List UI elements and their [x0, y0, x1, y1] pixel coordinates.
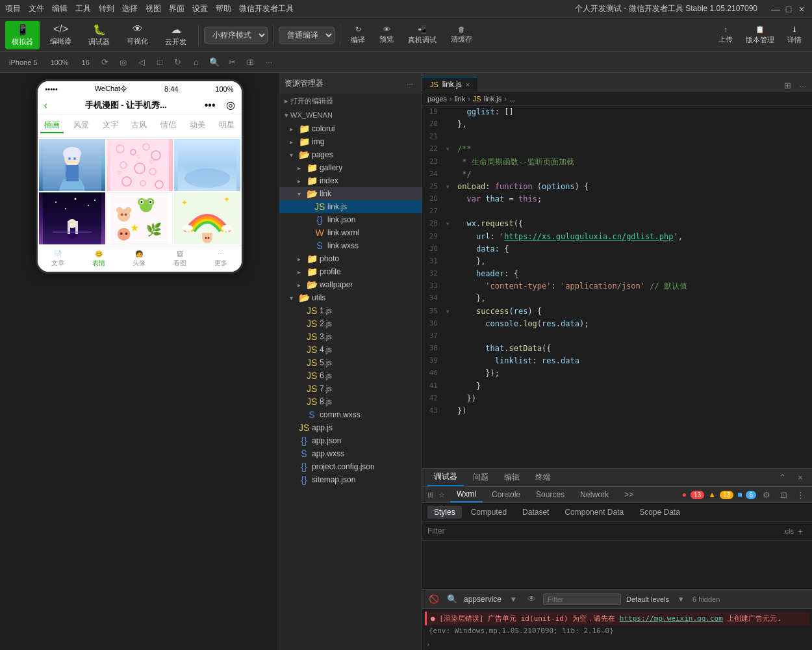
console-clear-icon[interactable]: 🚫 — [427, 593, 440, 606]
editor-button[interactable]: </> 编辑器 — [44, 21, 78, 49]
tree-file-link-json[interactable]: {} link.json — [279, 213, 422, 226]
compile-select[interactable]: 普通编译 — [279, 27, 335, 44]
image-cell-1[interactable] — [39, 139, 105, 191]
editor-split-icon[interactable]: ⊞ — [781, 79, 794, 92]
clear-button[interactable]: 🗑 清缓存 — [446, 23, 477, 47]
mode-select[interactable]: 小程序模式 — [204, 27, 268, 44]
menu-item-settings[interactable]: 设置 — [192, 3, 208, 14]
maximize-button[interactable]: □ — [783, 4, 794, 14]
tree-file-6js[interactable]: JS 6.js — [279, 369, 422, 382]
menu-item-weixin-devtools[interactable]: 微信开发者工具 — [239, 3, 294, 14]
menu-item-select[interactable]: 选择 — [122, 3, 138, 14]
menu-item-edit[interactable]: 编辑 — [52, 3, 68, 14]
simulator-button[interactable]: 📱 模拟器 — [5, 21, 40, 49]
devtools-close-icon[interactable]: × — [794, 471, 807, 484]
bottom-nav-more[interactable]: ⋯ 更多 — [214, 250, 227, 268]
file-tree-more[interactable]: ··· — [403, 77, 416, 90]
phone-back-icon[interactable]: ‹ — [44, 99, 47, 111]
console-level[interactable]: Default levels — [626, 595, 669, 603]
console-input[interactable] — [433, 640, 808, 649]
tree-file-app-json[interactable]: {} app.json — [279, 434, 422, 447]
breadcrumb-filename[interactable]: link.js — [484, 95, 502, 103]
devtools-collapse-icon[interactable]: ⌃ — [776, 471, 789, 484]
console-level-dropdown[interactable]: ▾ — [674, 593, 687, 606]
console-service-dropdown[interactable]: ▾ — [507, 593, 520, 606]
forward-icon[interactable]: □ — [153, 56, 166, 69]
filter-add-icon[interactable]: + — [794, 525, 807, 538]
devtools-tab-terminal[interactable]: 终端 — [529, 469, 557, 486]
compile-button[interactable]: ↻ 编译 — [346, 23, 370, 47]
devtools-tab-output[interactable]: 编辑 — [498, 469, 526, 486]
tree-folder-index[interactable]: ▸ 📁 index — [279, 174, 422, 187]
tree-file-app-js[interactable]: JS app.js — [279, 421, 422, 434]
image-cell-4[interactable] — [39, 192, 105, 244]
version-button[interactable]: 📋 版本管理 — [741, 23, 780, 47]
bottom-nav-emoji[interactable]: 😊 表情 — [92, 250, 105, 268]
tree-file-7js[interactable]: JS 7.js — [279, 382, 422, 395]
menu-item-goto[interactable]: 转到 — [99, 3, 114, 14]
phone-menu-dots[interactable]: ••• — [205, 99, 216, 111]
breadcrumb-context[interactable]: ... — [509, 95, 515, 103]
menu-item-file[interactable]: 文件 — [29, 3, 44, 14]
image-cell-2[interactable]: ♡ ♡ ♡ — [107, 139, 173, 191]
tree-folder-gallery[interactable]: ▸ 📁 gallery — [279, 161, 422, 174]
styles-tab-dataset[interactable]: Dataset — [516, 506, 555, 519]
devtools-subtab-network[interactable]: Network — [574, 488, 615, 502]
menu-item-interface[interactable]: 界面 — [169, 3, 184, 14]
menu-item-tools[interactable]: 工具 — [75, 3, 91, 14]
tree-folder-utils[interactable]: ▾ 📂 utils — [279, 291, 422, 304]
tree-file-project-config[interactable]: {} project.config.json — [279, 460, 422, 473]
console-error-link[interactable]: https://mp.weixin.qq.com — [620, 614, 723, 623]
phone-tab-illustration[interactable]: 插画 — [40, 118, 64, 133]
search-icon[interactable]: 🔍 — [208, 56, 221, 69]
bottom-nav-article[interactable]: 📄 文章 — [51, 250, 64, 268]
code-editor[interactable]: 19 gglist: [] 20 }, 21 — [422, 106, 812, 468]
refresh-icon[interactable]: ↻ — [171, 56, 184, 69]
editor-more-icon[interactable]: ··· — [796, 79, 809, 92]
bottom-nav-photo[interactable]: 🖼 看图 — [173, 250, 186, 268]
back-icon[interactable]: ◁ — [135, 56, 148, 69]
phone-tab-couple[interactable]: 情侣 — [157, 118, 180, 133]
phone-tab-text[interactable]: 文字 — [99, 118, 122, 133]
minimize-button[interactable]: — — [770, 4, 781, 14]
visual-button[interactable]: 👁 可视化 — [120, 21, 155, 49]
phone-tab-scenery[interactable]: 风景 — [70, 118, 93, 133]
project-section[interactable]: ▾ WX_WENAN — [279, 109, 422, 122]
preview-button[interactable]: 👁 预览 — [374, 23, 399, 47]
editor-tab-close[interactable]: × — [466, 81, 470, 88]
tree-folder-wallpaper[interactable]: ▸ 📂 wallpaper — [279, 278, 422, 291]
phone-tab-ancient[interactable]: 古风 — [127, 118, 151, 133]
console-filter-input[interactable] — [543, 593, 621, 605]
tree-folder-colorui[interactable]: ▸ 📁 colorui — [279, 122, 422, 135]
tree-folder-img[interactable]: ▸ 📁 img — [279, 135, 422, 148]
upload-button[interactable]: ↑ 上传 — [713, 23, 738, 47]
tree-file-comm-wxss[interactable]: S comm.wxss — [279, 408, 422, 421]
devtools-options-icon[interactable]: ⋮ — [794, 488, 807, 501]
styles-tab-computed[interactable]: Computed — [464, 506, 513, 519]
breadcrumb-pages[interactable]: pages — [427, 95, 447, 103]
cloud-button[interactable]: ☁ 云开发 — [159, 21, 193, 49]
tree-file-link-wxss[interactable]: S link.wxss — [279, 239, 422, 252]
tree-folder-photo[interactable]: ▸ 📁 photo — [279, 252, 422, 265]
tree-file-5js[interactable]: JS 5.js — [279, 356, 422, 369]
phone-tab-star[interactable]: 明星 — [215, 118, 238, 133]
menu-item-project[interactable]: 项目 — [5, 3, 21, 14]
console-eye-icon[interactable]: 👁 — [525, 593, 538, 606]
tree-file-app-wxss[interactable]: S app.wxss — [279, 447, 422, 460]
rotate-icon[interactable]: ⟳ — [99, 56, 112, 69]
devtools-tab-debugger[interactable]: 调试器 — [427, 469, 464, 486]
tree-folder-pages[interactable]: ▾ 📂 pages — [279, 148, 422, 161]
tree-file-4js[interactable]: JS 4.js — [279, 343, 422, 356]
close-button[interactable]: × — [796, 4, 807, 14]
devtools-tab-issues[interactable]: 问题 — [466, 469, 495, 486]
devtools-subtab-more[interactable]: >> — [618, 488, 640, 502]
bottom-nav-avatar[interactable]: 🧑 头像 — [133, 250, 146, 268]
tree-folder-link[interactable]: ▾ 📂 link — [279, 187, 422, 200]
home-icon[interactable]: ⌂ — [190, 56, 203, 69]
phone-settings-icon[interactable]: ◎ — [226, 99, 235, 111]
menu-item-help[interactable]: 帮助 — [216, 3, 231, 14]
filter-input[interactable] — [427, 526, 783, 536]
styles-tab-scope[interactable]: Scope Data — [633, 506, 687, 519]
tree-file-link-js[interactable]: JS link.js — [279, 200, 422, 213]
scissors-icon[interactable]: ✂ — [226, 56, 239, 69]
